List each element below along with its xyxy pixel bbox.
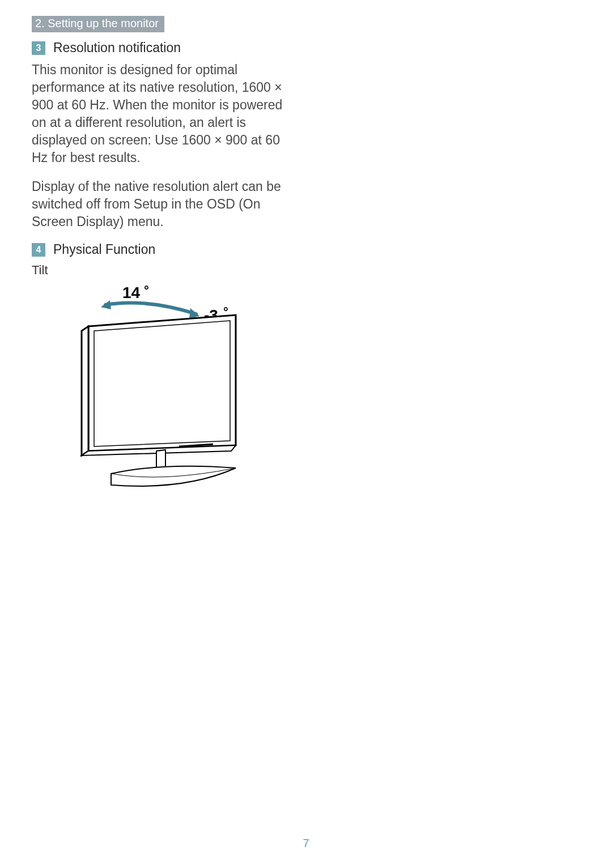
section-4-title: Physical Function xyxy=(53,242,155,257)
svg-marker-3 xyxy=(189,308,199,318)
section-3-heading: 3 Resolution notification xyxy=(32,40,580,56)
section-header: 2. Setting up the monitor xyxy=(32,16,164,32)
badge-4: 4 xyxy=(32,243,45,257)
svg-marker-2 xyxy=(101,300,111,309)
svg-text:°: ° xyxy=(144,283,149,297)
svg-marker-4 xyxy=(82,326,88,456)
manual-page: 2. Setting up the monitor 3 Resolution n… xyxy=(0,0,612,868)
section-3-paragraph-1: This monitor is designed for optimal per… xyxy=(32,61,298,167)
badge-3: 3 xyxy=(32,41,45,55)
section-4-heading: 4 Physical Function xyxy=(32,242,580,257)
monitor-tilt-illustration: 14 ° -3 ° xyxy=(66,281,270,496)
tilt-diagram: 14 ° -3 ° xyxy=(66,281,580,499)
page-number: 7 xyxy=(0,837,612,850)
tilt-back-angle: 14 xyxy=(122,284,141,301)
tilt-label: Tilt xyxy=(32,263,580,278)
section-3-title: Resolution notification xyxy=(53,40,181,56)
monitor-screen xyxy=(88,315,236,451)
section-3-paragraph-2: Display of the native resolution alert c… xyxy=(32,178,298,231)
